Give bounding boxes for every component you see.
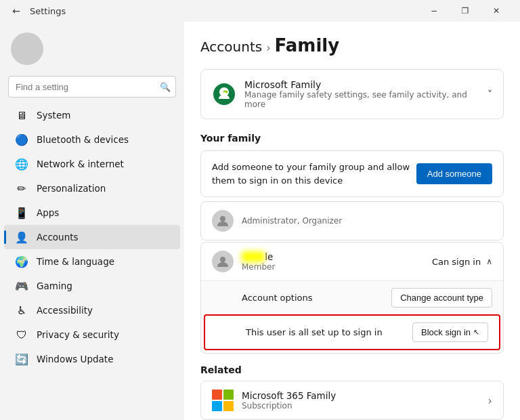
avatar: [11, 33, 43, 65]
sidebar-item-bluetooth[interactable]: 🔵 Bluetooth & devices: [4, 127, 180, 152]
expand-icon[interactable]: ˅: [488, 89, 492, 100]
svg-point-2: [220, 257, 225, 262]
member-row[interactable]: le Member Can sign in ∧: [201, 243, 503, 280]
member-info: le Member: [242, 251, 275, 272]
can-sign-in-label: Can sign in: [432, 257, 481, 267]
user-avatar-section: [0, 22, 184, 73]
name-highlight: [242, 251, 265, 262]
sidebar-item-gaming[interactable]: 🎮 Gaming: [4, 274, 180, 298]
titlebar-title: Settings: [30, 6, 66, 16]
sidebar-item-system[interactable]: 🖥 System: [4, 103, 180, 127]
cursor-icon: ↖: [473, 328, 479, 337]
admin-role: Administrator, Organizer: [242, 216, 342, 226]
time-icon: 🌍: [15, 255, 28, 268]
sidebar-item-label: Privacy & security: [37, 329, 119, 340]
sidebar-item-label: Accessibility: [37, 305, 93, 316]
minimize-button[interactable]: −: [418, 0, 450, 22]
gaming-icon: 🎮: [15, 279, 28, 293]
block-sign-in-row: This user is all set up to sign in Block…: [204, 314, 500, 350]
ms365-icon: [212, 390, 234, 411]
member-card: le Member Can sign in ∧ Account options …: [200, 242, 504, 354]
sidebar-item-network[interactable]: 🌐 Network & internet: [4, 152, 180, 176]
breadcrumb-chevron: ›: [266, 41, 270, 54]
back-button[interactable]: ←: [8, 3, 24, 19]
admin-avatar: [212, 210, 234, 232]
your-family-title: Your family: [200, 133, 504, 144]
related-ms365-card[interactable]: Microsoft 365 Family Subscription ›: [200, 381, 504, 420]
sidebar-item-label: Personalization: [37, 183, 106, 194]
network-icon: 🌐: [15, 157, 28, 171]
titlebar: ← Settings − ❐ ✕: [0, 0, 520, 22]
account-options-row: Account options Change account type: [201, 281, 503, 314]
member-name: le: [242, 251, 275, 262]
ms-family-text: Microsoft Family Manage family safety se…: [244, 79, 488, 109]
ms-family-title: Microsoft Family: [244, 79, 488, 90]
ms-family-icon: [212, 82, 236, 106]
sidebar-item-label: Time & language: [37, 256, 114, 267]
add-family-text: Add someone to your family group and all…: [212, 161, 416, 187]
system-icon: 🖥: [15, 108, 28, 122]
update-icon: 🔄: [15, 352, 28, 366]
maximize-button[interactable]: ❐: [450, 0, 481, 22]
sidebar-item-label: Apps: [37, 207, 59, 218]
sidebar-item-label: Gaming: [37, 280, 72, 291]
member-right: Can sign in ∧: [432, 257, 492, 267]
content-area: Accounts › Family Microsoft Family Manag…: [184, 22, 520, 420]
sidebar-item-personalization[interactable]: ✏ Personalization: [4, 176, 180, 201]
sidebar-item-time[interactable]: 🌍 Time & language: [4, 249, 180, 274]
member-left: Administrator, Organizer: [212, 210, 342, 232]
sidebar-item-accessibility[interactable]: ♿ Accessibility: [4, 298, 180, 322]
close-button[interactable]: ✕: [481, 0, 512, 22]
admin-info: Administrator, Organizer: [242, 216, 342, 226]
account-options-label: Account options: [242, 293, 313, 303]
member-left: le Member: [212, 251, 275, 272]
sidebar-item-update[interactable]: 🔄 Windows Update: [4, 347, 180, 371]
member-role: Member: [242, 262, 275, 272]
microsoft-family-card[interactable]: Microsoft Family Manage family safety se…: [200, 69, 504, 119]
search-input[interactable]: [8, 76, 176, 98]
breadcrumb: Accounts › Family: [200, 35, 504, 56]
apps-icon: 📱: [15, 206, 28, 219]
accounts-icon: 👤: [15, 230, 28, 244]
privacy-icon: 🛡: [15, 328, 28, 341]
sidebar-item-label: Bluetooth & devices: [37, 134, 129, 145]
related-chevron-icon: ›: [488, 394, 492, 407]
block-sign-in-label: Block sign in: [421, 327, 471, 337]
sidebar-item-privacy[interactable]: 🛡 Privacy & security: [4, 322, 180, 347]
ms365-subtitle: Subscription: [242, 401, 336, 411]
sidebar-item-label: Network & internet: [37, 159, 124, 169]
ms-family-subtitle: Manage family safety settings, see famil…: [244, 90, 488, 109]
sidebar-item-apps[interactable]: 📱 Apps: [4, 201, 180, 225]
sidebar-item-label: Accounts: [37, 232, 79, 243]
personalization-icon: ✏: [15, 182, 28, 195]
titlebar-left: ← Settings: [8, 3, 66, 19]
chevron-up-icon[interactable]: ∧: [486, 257, 492, 266]
change-account-type-button[interactable]: Change account type: [391, 288, 492, 308]
bluetooth-icon: 🔵: [15, 133, 28, 146]
ms-family-card-left: Microsoft Family Manage family safety se…: [212, 79, 488, 109]
app-body: 🔍 🖥 System 🔵 Bluetooth & devices 🌐 Netwo…: [0, 22, 520, 420]
expanded-options: Account options Change account type This…: [201, 280, 503, 350]
block-sign-in-button[interactable]: Block sign in ↖: [412, 322, 488, 342]
ms365-title: Microsoft 365 Family: [242, 390, 336, 401]
search-icon: 🔍: [160, 82, 171, 92]
sign-in-status-label: This user is all set up to sign in: [246, 327, 383, 337]
sidebar-item-label: System: [37, 110, 70, 121]
search-box: 🔍: [8, 76, 176, 98]
admin-member-row: Administrator, Organizer: [201, 202, 503, 240]
svg-point-1: [220, 216, 225, 222]
add-someone-button[interactable]: Add someone: [416, 163, 492, 184]
sidebar-item-accounts[interactable]: 👤 Accounts: [4, 225, 180, 249]
member-avatar: [212, 251, 234, 272]
page-title: Family: [275, 35, 340, 56]
admin-member-card: Administrator, Organizer: [200, 201, 504, 240]
breadcrumb-parent: Accounts: [200, 39, 262, 55]
add-family-card: Add someone to your family group and all…: [200, 150, 504, 197]
sidebar: 🔍 🖥 System 🔵 Bluetooth & devices 🌐 Netwo…: [0, 22, 184, 420]
active-indicator: [4, 230, 6, 244]
accessibility-icon: ♿: [15, 303, 28, 317]
ms365-text: Microsoft 365 Family Subscription: [242, 390, 336, 411]
related-card-left: Microsoft 365 Family Subscription: [212, 390, 336, 411]
related-title: Related: [200, 364, 504, 375]
titlebar-controls: − ❐ ✕: [418, 0, 512, 22]
